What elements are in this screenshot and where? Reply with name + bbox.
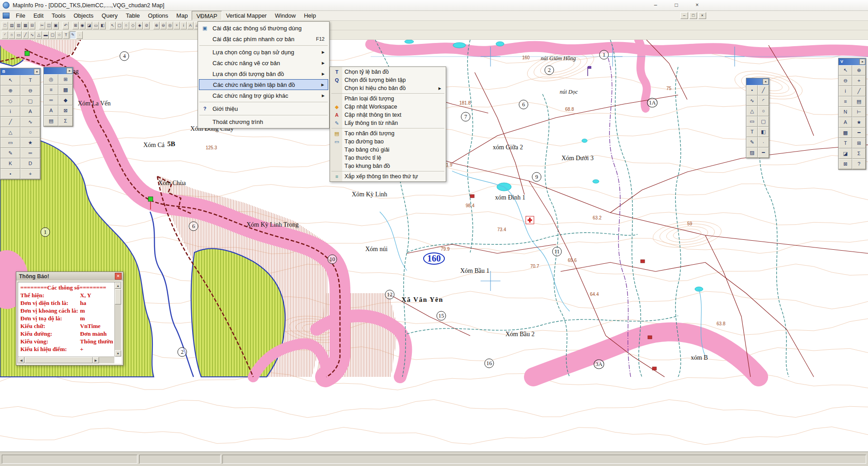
info-icon[interactable]: i [839, 86, 852, 96]
menu-choose-tools[interactable]: Lựa chọn công cụ bạn sử dụng▶ [199, 47, 328, 57]
menubar-item-query[interactable]: Query [98, 11, 122, 20]
menu-draw-functions[interactable]: Các chức năng vẽ cơ bản▶ [199, 57, 328, 68]
grabber-icon[interactable]: + [174, 22, 180, 29]
horizontal-scroll-thumb[interactable] [25, 357, 93, 363]
label-tool-icon[interactable]: A [20, 106, 40, 117]
draw-polyline-icon[interactable]: ∿ [746, 95, 758, 106]
menubar-item-v-map[interactable]: VĐMAP [192, 11, 222, 20]
submenu-choose-map-symbols[interactable]: Chọn kí hiệu cho bản đồ▶ [331, 84, 445, 92]
scroll-left-icon[interactable]: ◀ [18, 357, 24, 363]
submenu-choose-map-scale[interactable]: TChọn tỷ lệ bản đồ [331, 68, 445, 76]
text-tool-icon[interactable]: T [63, 31, 69, 39]
palette-title-bar[interactable]: B × [0, 68, 40, 75]
menubar-item-objects[interactable]: Objects [70, 11, 98, 20]
draw-roundrect-icon[interactable]: ▢ [758, 116, 769, 127]
marquee-select-icon[interactable]: ▢ [116, 22, 123, 29]
dialog-vertical-scrollbar[interactable]: ▲ ▼ [114, 282, 121, 357]
draw-point-icon[interactable]: • [746, 85, 758, 95]
line-tool-icon[interactable]: ╱ [22, 31, 28, 39]
menubar-item-map[interactable]: Map [172, 11, 192, 20]
open-workspace-icon[interactable]: ▥ [15, 22, 22, 29]
add-node-icon[interactable]: ∙ [758, 137, 769, 147]
menubar-item-table[interactable]: Table [122, 11, 144, 20]
new-redistricter-icon[interactable]: ◧ [99, 22, 106, 29]
submenu-update-text-info[interactable]: ACập nhật thông tin text [331, 111, 445, 119]
draw-frame-icon[interactable]: ◧ [758, 127, 769, 137]
new-browser-icon[interactable]: ⊞ [72, 22, 79, 29]
scroll-up-icon[interactable]: ▲ [115, 282, 121, 289]
text-style-icon[interactable]: A [44, 105, 58, 116]
marquee-select-tool-icon[interactable]: ▢ [20, 96, 40, 106]
rectangle-tool-icon[interactable]: ▬ [42, 31, 49, 39]
zoom-in-icon[interactable]: ⊕ [852, 65, 866, 76]
polygon-tool-icon[interactable]: △ [36, 31, 42, 39]
table-icon[interactable]: ⊞ [852, 138, 866, 148]
zoom-out-tool-icon[interactable]: ⊖ [20, 86, 40, 96]
text-edit-tool-icon[interactable]: ✎ [0, 148, 20, 158]
submenu-create-scalebar[interactable]: Tạo thước tỉ lệ [331, 154, 445, 162]
new-layout-icon[interactable]: ▭ [93, 22, 99, 29]
close-button[interactable]: × [690, 1, 704, 10]
ellipse-tool-icon[interactable]: ○ [20, 127, 40, 138]
menubar-item-window[interactable]: Window [271, 11, 300, 20]
grid-toggle-icon[interactable]: ⊞ [58, 74, 73, 85]
menubar-item-edit[interactable]: Edit [29, 11, 47, 20]
rounded-rect-tool-icon[interactable]: ▢ [49, 31, 56, 39]
polyline-tool-icon[interactable]: ∿ [20, 117, 40, 127]
polyline-tool-icon[interactable]: ∿ [29, 31, 35, 39]
snap-toggle-icon[interactable]: ◎ [44, 74, 58, 85]
k-node-tool-icon[interactable]: K [0, 158, 20, 169]
scroll-down-icon[interactable]: ▼ [115, 350, 121, 357]
submenu-create-outline[interactable]: ▭Tạo đường bao [331, 138, 445, 146]
menu-map-edit-functions[interactable]: Các chức năng biên tập bản đồ▶ [199, 79, 328, 90]
polygon-select-tool-icon[interactable]: ◇ [0, 96, 20, 106]
new-grapher-icon[interactable]: ◪ [86, 22, 92, 29]
menubar-item-help[interactable]: Help [300, 11, 320, 20]
save-table-icon[interactable]: ▦ [22, 22, 28, 29]
vertical-scroll-thumb[interactable] [115, 289, 121, 304]
label-icon[interactable]: A [187, 22, 193, 29]
menubar-item-file[interactable]: File [12, 11, 29, 20]
clip-icon[interactable]: ⊠ [839, 159, 852, 169]
layer-list-icon[interactable]: ≡ [44, 85, 58, 95]
draw-ellipse-icon[interactable]: ○ [758, 106, 769, 116]
scalebar-icon[interactable]: ⊢ [852, 107, 866, 117]
info-tool-icon[interactable]: i [180, 22, 187, 29]
label-icon[interactable]: A [839, 117, 852, 128]
boundary-select-icon[interactable]: ◈ [137, 22, 143, 29]
new-mapper-icon[interactable]: ◉ [79, 22, 85, 29]
symbol-style-icon[interactable]: ◆ [58, 95, 73, 105]
ruler-tool-icon[interactable]: ═ [20, 148, 40, 158]
maximize-button[interactable]: □ [669, 1, 684, 10]
zoom-out-icon[interactable]: ⊖ [839, 76, 852, 86]
frame-tool-icon[interactable]: ▭ [15, 31, 22, 39]
statistics-icon[interactable]: Σ [58, 116, 73, 126]
palette-close-button[interactable]: × [34, 69, 40, 75]
menu-exit-program[interactable]: Thoát chương trình [199, 116, 328, 127]
unselect-all-icon[interactable]: ⊘ [143, 22, 150, 29]
north-arrow-icon[interactable]: N [839, 107, 852, 117]
menu-select-map-objects[interactable]: Lựa chọn đối tượng bản đồ▶ [199, 68, 328, 79]
open-table-icon[interactable]: ▤ [9, 22, 15, 29]
select-icon[interactable]: ↖ [839, 65, 852, 76]
menu-about[interactable]: ?Giới thiệu [199, 103, 328, 114]
minimize-button[interactable]: – [648, 1, 663, 10]
child-restore-button[interactable]: □ [689, 12, 697, 19]
polygon-tool-icon[interactable]: △ [0, 127, 20, 138]
ellipse-tool-icon[interactable]: ○ [9, 31, 15, 39]
paste-icon[interactable]: ▣ [52, 22, 59, 29]
ruler-icon[interactable]: ╱ [852, 86, 866, 96]
child-close-button[interactable]: × [698, 12, 706, 19]
palette-title-bar[interactable]: × [746, 78, 769, 85]
copy-icon[interactable]: ◫ [46, 22, 52, 29]
draw-text-icon[interactable]: T [746, 127, 758, 137]
dot-symbol-tool-icon[interactable]: • [0, 169, 20, 179]
submenu-update-workspace[interactable]: ◆Cập nhật Workspace [331, 103, 445, 111]
child-minimize-button[interactable]: – [680, 12, 688, 19]
print-window-icon[interactable]: ⊟ [29, 22, 35, 29]
draw-polygon-icon[interactable]: △ [746, 106, 758, 116]
legend-icon[interactable]: ▤ [852, 96, 866, 107]
palette-title-bar[interactable]: V × [839, 58, 866, 65]
layer-icon[interactable]: ≡ [839, 96, 852, 107]
symbol-icon[interactable]: ★ [852, 117, 866, 128]
